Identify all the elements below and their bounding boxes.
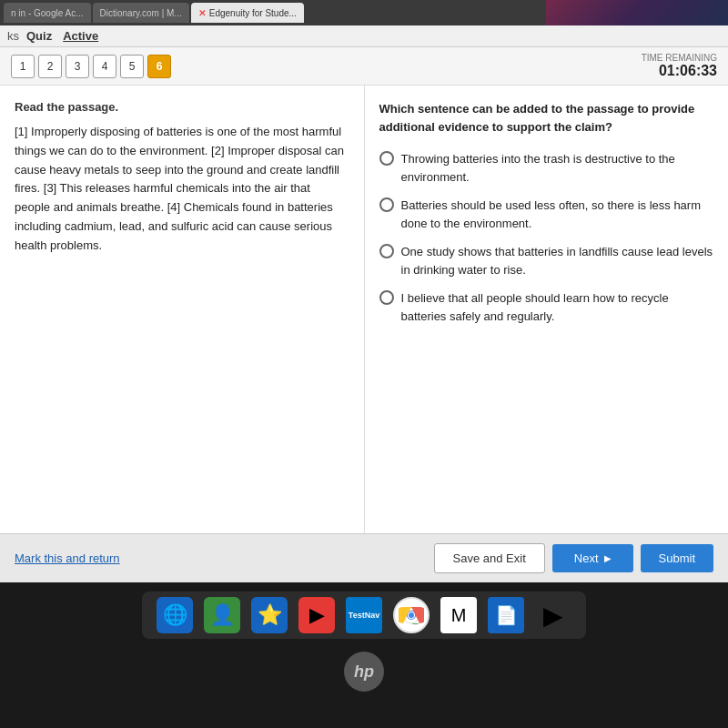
question-nav: 1 2 3 4 5 6 <box>11 55 171 78</box>
nav-bar: ks Quiz Active <box>0 25 728 47</box>
radio-2[interactable] <box>379 197 394 212</box>
tab-close-icon[interactable]: ✕ <box>198 8 206 18</box>
passage-panel: Read the passage. [1] Improperly disposi… <box>0 86 365 533</box>
question-panel: Which sentence can be added to the passa… <box>365 86 729 533</box>
answer-option-4[interactable]: I believe that all people should learn h… <box>379 289 714 325</box>
taskbar-icon-person[interactable]: 👤 <box>204 597 240 633</box>
question-btn-2[interactable]: 2 <box>38 55 62 78</box>
submit-button[interactable]: Submit <box>641 544 713 572</box>
answer-option-3[interactable]: One study shows that batteries in landfi… <box>379 243 714 278</box>
taskbar-icon-pearson[interactable]: TestNav <box>346 597 382 633</box>
answer-option-2[interactable]: Batteries should be used less often, so … <box>379 197 714 232</box>
quiz-header: 1 2 3 4 5 6 TIME REMAINING 01:06:33 <box>0 47 728 86</box>
answer-options: Throwing batteries into the trash is des… <box>379 150 714 325</box>
save-exit-button[interactable]: Save and Exit <box>434 543 545 573</box>
taskbar-area: 🌐 👤 ⭐ ▶ TestNav M 📄 ▶ hp <box>0 582 728 728</box>
mark-return-link[interactable]: Mark this and return <box>15 551 120 565</box>
taskbar-icon-globe[interactable]: 🌐 <box>157 597 193 633</box>
radio-4[interactable] <box>379 290 394 305</box>
question-btn-4[interactable]: 4 <box>93 55 116 78</box>
taskbar-icon-youtube[interactable]: ▶ <box>298 597 335 633</box>
chrome-icon <box>399 602 424 628</box>
taskbar-icon-chrome[interactable] <box>393 597 430 633</box>
time-value: 01:06:33 <box>642 63 717 79</box>
passage-text: [1] Improperly disposing of batteries is… <box>15 123 349 256</box>
answer-option-1[interactable]: Throwing batteries into the trash is des… <box>379 150 714 186</box>
next-button[interactable]: Next <box>552 544 633 572</box>
browser-tab-1[interactable]: n in - Google Ac... <box>4 3 91 23</box>
option-text-4: I believe that all people should learn h… <box>401 289 714 325</box>
radio-3[interactable] <box>379 244 394 258</box>
hp-icon: hp <box>344 652 384 692</box>
active-nav-link[interactable]: Active <box>63 29 98 43</box>
taskbar-icon-star[interactable]: ⭐ <box>251 597 288 633</box>
radio-1[interactable] <box>379 151 394 166</box>
question-btn-5[interactable]: 5 <box>120 55 144 78</box>
option-text-3: One study shows that batteries in landfi… <box>401 243 714 278</box>
taskbar: 🌐 👤 ⭐ ▶ TestNav M 📄 ▶ <box>142 592 586 639</box>
taskbar-icon-docs[interactable]: 📄 <box>488 597 524 633</box>
bottom-buttons: Save and Exit Next Submit <box>434 543 713 573</box>
quiz-nav-link[interactable]: Quiz <box>26 29 52 43</box>
time-remaining: TIME REMAINING 01:06:33 <box>642 53 717 79</box>
question-btn-6[interactable]: 6 <box>147 55 171 78</box>
browser-tabs-bar: n in - Google Ac... Dictionary.com | M..… <box>0 0 728 25</box>
browser-tab-3[interactable]: ✕ Edgenuity for Stude... <box>191 3 304 23</box>
browser-tab-2[interactable]: Dictionary.com | M... <box>93 3 189 23</box>
bottom-bar: Mark this and return Save and Exit Next … <box>0 533 728 582</box>
question-text: Which sentence can be added to the passa… <box>379 100 714 136</box>
taskbar-icon-gmail[interactable]: M <box>440 597 477 633</box>
question-btn-3[interactable]: 3 <box>66 55 89 78</box>
question-btn-1[interactable]: 1 <box>11 55 35 78</box>
passage-label: Read the passage. <box>15 100 349 114</box>
option-text-1: Throwing batteries into the trash is des… <box>401 150 714 186</box>
nav-links-label: ks <box>7 29 19 43</box>
time-remaining-label: TIME REMAINING <box>642 53 717 63</box>
svg-point-3 <box>409 612 414 618</box>
quiz-body: Read the passage. [1] Improperly disposi… <box>0 86 728 533</box>
option-text-2: Batteries should be used less often, so … <box>401 197 714 232</box>
taskbar-icon-play[interactable]: ▶ <box>535 597 571 633</box>
hp-logo: hp <box>344 652 384 692</box>
